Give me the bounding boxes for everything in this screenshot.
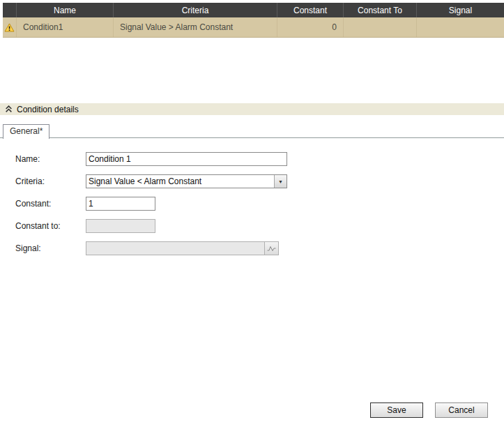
collapse-icon[interactable] <box>5 105 13 113</box>
criteria-row: Criteria: Signal Value < Alarm Constant … <box>15 174 504 188</box>
constant-to-input <box>86 219 155 233</box>
column-header-criteria[interactable]: Criteria <box>114 3 277 17</box>
criteria-dropdown[interactable]: Signal Value < Alarm Constant ▼ <box>86 174 287 188</box>
details-tabstrip: General* <box>0 123 504 138</box>
signal-field <box>86 241 279 255</box>
alarm-condition-window: { "grid": { "columns": ["", "Name", "Cri… <box>0 0 504 429</box>
condition-details-header[interactable]: Condition details <box>0 103 504 115</box>
warning-icon <box>4 23 15 32</box>
save-button[interactable]: Save <box>370 402 423 418</box>
condition-details-form: Name: Criteria: Signal Value < Alarm Con… <box>0 138 504 255</box>
constant-input[interactable] <box>86 197 155 211</box>
constant-to-label: Constant to: <box>15 221 86 231</box>
condition-signal-cell <box>417 17 504 37</box>
signal-browse-button <box>264 242 278 255</box>
signal-field-value <box>86 242 264 255</box>
criteria-dropdown-value: Signal Value < Alarm Constant <box>86 175 274 188</box>
grid-empty-area <box>3 38 504 103</box>
grid-header-row: Name Criteria Constant Constant To Signa… <box>3 3 504 17</box>
condition-criteria-cell: Signal Value > Alarm Constant <box>114 17 277 37</box>
cancel-button[interactable]: Cancel <box>435 402 488 418</box>
constant-to-row: Constant to: <box>15 219 504 233</box>
tab-general[interactable]: General* <box>3 124 49 139</box>
signal-waveform-icon <box>267 246 276 252</box>
constant-label: Constant: <box>15 199 86 209</box>
conditions-grid: Name Criteria Constant Constant To Signa… <box>3 3 504 103</box>
column-header-signal[interactable]: Signal <box>417 3 504 17</box>
column-header-icon[interactable] <box>3 3 17 17</box>
column-header-constant[interactable]: Constant <box>277 3 344 17</box>
constant-row: Constant: <box>15 197 504 211</box>
condition-name-cell: Condition1 <box>17 17 114 37</box>
condition-constant-to-cell <box>344 17 417 37</box>
name-input[interactable] <box>86 152 287 166</box>
condition-details-title: Condition details <box>17 105 79 114</box>
name-label: Name: <box>15 154 86 164</box>
chevron-down-icon[interactable]: ▼ <box>274 175 287 188</box>
condition-constant-cell: 0 <box>277 17 344 37</box>
condition-row[interactable]: Condition1 Signal Value > Alarm Constant… <box>3 17 504 38</box>
dialog-buttons: Save Cancel <box>370 402 488 418</box>
column-header-name[interactable]: Name <box>17 3 114 17</box>
criteria-label: Criteria: <box>15 176 86 186</box>
signal-row: Signal: <box>15 241 504 255</box>
warning-icon-cell <box>3 17 17 37</box>
column-header-constant-to[interactable]: Constant To <box>344 3 417 17</box>
signal-label: Signal: <box>15 243 86 253</box>
name-row: Name: <box>15 152 504 166</box>
